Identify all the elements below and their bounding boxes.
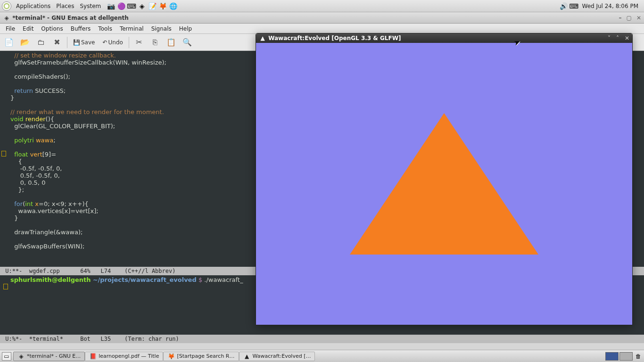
emacs-icon: ◈ (3, 14, 10, 22)
volume-icon[interactable]: 🔊 (559, 2, 568, 10)
emacs-menu-signals[interactable]: Signals (148, 25, 175, 32)
taskbar-item-label: Wawacraft:Evolved [… (253, 353, 311, 359)
kill-buffer-icon[interactable]: ✖ (51, 36, 63, 49)
taskbar-item[interactable]: ▲Wawacraft:Evolved [… (239, 352, 315, 361)
fold-marker-icon[interactable] (1, 151, 6, 156)
fold-marker-icon[interactable] (3, 284, 8, 289)
open-dir-icon[interactable]: 🗀 (35, 36, 47, 49)
firefox-icon[interactable]: 🦊 (158, 2, 167, 10)
maximize-icon[interactable]: ▢ (627, 15, 632, 21)
undo-button[interactable]: ↶Undo (100, 36, 124, 49)
minibuffer[interactable] (0, 343, 644, 350)
opengl-title: Wawacraft:Evolved [OpenGL 3.3 & GLFW] (268, 35, 401, 41)
minimize-icon[interactable]: ˅ (608, 35, 611, 41)
taskbar-item-label: *terminal* - GNU E… (27, 353, 81, 359)
open-file-icon[interactable]: 📂 (19, 36, 31, 49)
trash-icon[interactable]: 🗑 (635, 353, 642, 360)
taskbar: ▭ ◈*terminal* - GNU E…📕learnopengl.pdf —… (0, 350, 644, 362)
emacs-icon[interactable]: ◈ (138, 2, 146, 10)
maximize-icon[interactable]: ˄ (616, 35, 619, 41)
save-label: Save (81, 39, 95, 46)
taskbar-item[interactable]: 🦊[Startpage Search R… (163, 352, 239, 361)
modeline-terminal: U:%*- *terminal* Bot L35 (Term: char run… (0, 335, 644, 343)
panel-menu-system[interactable]: System (77, 3, 104, 9)
top-panel: ApplicationsPlacesSystem 📷🟣⌨◈📝🦊🌐 🔊⌨ Wed … (0, 0, 644, 12)
taskbar-item-label: [Startpage Search R… (177, 353, 234, 359)
emacs-menubar: FileEditOptionsBuffersToolsTerminalSigna… (0, 24, 644, 34)
paste-icon[interactable]: 📋 (165, 36, 177, 49)
firefox-icon: 🦊 (167, 353, 175, 360)
keyboard-icon[interactable]: ⌨ (570, 2, 578, 10)
discord-icon[interactable]: 🟣 (117, 2, 125, 10)
opengl-titlebar[interactable]: ▲ Wawacraft:Evolved [OpenGL 3.3 & GLFW] … (256, 33, 632, 43)
new-file-icon[interactable]: 📄 (3, 36, 15, 49)
camera-icon[interactable]: 📷 (107, 2, 115, 10)
app-icon: ▲ (243, 353, 251, 360)
minimize-icon[interactable]: – (619, 15, 622, 21)
workspace-2[interactable] (619, 352, 633, 361)
emacs-titlebar[interactable]: ◈ *terminal* - GNU Emacs at dellgenth – … (0, 12, 644, 24)
taskbar-item-label: learnopengl.pdf — Title (99, 353, 159, 359)
emacs-icon: ◈ (17, 353, 25, 360)
workspace-switcher[interactable] (605, 352, 633, 361)
terminal-icon[interactable]: ⌨ (127, 2, 136, 10)
emacs-menu-edit[interactable]: Edit (19, 25, 37, 32)
undo-label: Undo (108, 39, 123, 46)
app-icon: ▲ (259, 34, 266, 42)
search-icon[interactable]: 🔍 (181, 36, 193, 49)
emacs-menu-buffers[interactable]: Buffers (67, 25, 95, 32)
emacs-menu-file[interactable]: File (2, 25, 19, 32)
pdf-icon: 📕 (89, 353, 97, 360)
emacs-menu-terminal[interactable]: Terminal (116, 25, 148, 32)
show-desktop-icon[interactable]: ▭ (2, 352, 11, 361)
emacs-menu-help[interactable]: Help (175, 25, 196, 32)
opengl-canvas[interactable] (256, 43, 632, 325)
rendered-triangle (350, 113, 538, 255)
emacs-title: *terminal* - GNU Emacs at dellgenth (12, 15, 129, 21)
gutter (0, 51, 8, 267)
notes-icon[interactable]: 📝 (148, 2, 157, 10)
cut-icon[interactable]: ✂ (133, 36, 145, 49)
workspace-1[interactable] (605, 352, 619, 361)
panel-menu-places[interactable]: Places (53, 3, 77, 9)
close-icon[interactable]: ✕ (625, 35, 629, 41)
copy-icon[interactable]: ⎘ (149, 36, 161, 49)
distro-logo-icon[interactable] (2, 1, 11, 11)
taskbar-item[interactable]: 📕learnopengl.pdf — Title (85, 352, 163, 361)
taskbar-item[interactable]: ◈*terminal* - GNU E… (13, 352, 85, 361)
panel-menu-applications[interactable]: Applications (13, 3, 53, 9)
firefox-dev-icon[interactable]: 🌐 (169, 2, 177, 10)
emacs-menu-tools[interactable]: Tools (94, 25, 116, 32)
save-button[interactable]: 💾Save (71, 36, 97, 49)
opengl-window: ▲ Wawacraft:Evolved [OpenGL 3.3 & GLFW] … (256, 33, 633, 325)
close-icon[interactable]: ✕ (636, 15, 641, 21)
clock[interactable]: Wed Jul 24, 8:06 PM (578, 3, 642, 9)
emacs-menu-options[interactable]: Options (37, 25, 66, 32)
